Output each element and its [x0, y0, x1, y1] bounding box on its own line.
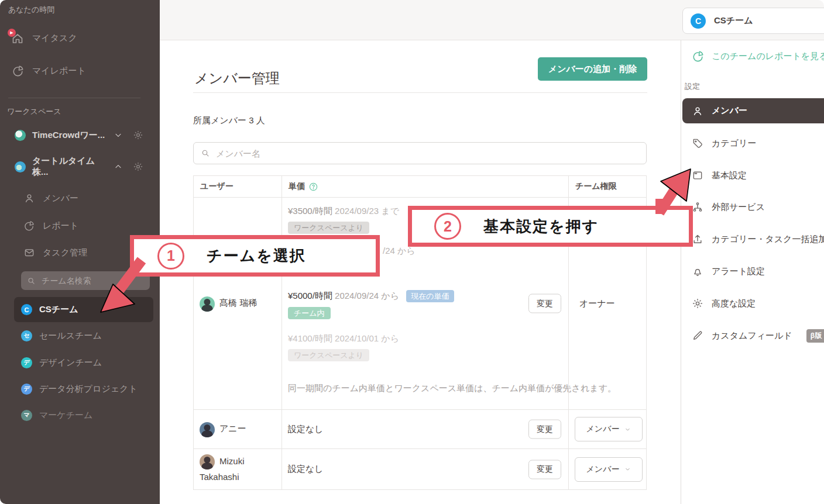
team-name: セールスチーム [39, 330, 102, 341]
sidebar-team-data-analysis[interactable]: デ データ分析プロジェクト [21, 378, 138, 399]
avatar [200, 296, 215, 312]
help-question-icon[interactable] [308, 182, 318, 192]
panel-item-custom-fields[interactable]: カスタムフィールド β版 [681, 326, 824, 346]
person-icon [692, 105, 703, 117]
sidebar-team-design[interactable]: デ デザインチーム [21, 352, 102, 373]
team-settings-panel: このチームのレポートを見る 設定 メンバー カテゴリー 基本設定 外部サービス … [681, 40, 824, 504]
sidebar-team-sales[interactable]: セ セールスチーム [21, 325, 102, 346]
add-remove-members-button[interactable]: メンバーの追加・削除 [538, 57, 647, 81]
sidebar-item-label: レポート [43, 220, 78, 232]
current-rate-badge: 現在の単価 [406, 290, 454, 302]
workspace-avatar [15, 161, 26, 172]
panel-item-bulk-add[interactable]: カテゴリー・タスク一括追加 [681, 229, 824, 249]
rate-hidden-fragment: /24 から [383, 246, 416, 257]
panel-item-members[interactable]: メンバー [682, 98, 824, 123]
sitemap-icon [692, 201, 703, 213]
panel-item-label: アラート設定 [712, 266, 765, 277]
rate-period: 2024/09/24 から [335, 291, 399, 301]
team-avatar: C [691, 13, 706, 29]
panel-item-advanced-settings[interactable]: 高度な設定 [681, 294, 824, 313]
panel-item-label: 高度な設定 [712, 298, 756, 309]
user-cell: 髙橋 瑞稀 [194, 198, 281, 409]
envelope-icon [23, 247, 35, 258]
divider [193, 92, 647, 93]
pie-chart-icon [692, 50, 705, 63]
panel-item-label: メンバー [712, 105, 747, 116]
panel-item-basic-settings[interactable]: 基本設定 [681, 165, 824, 185]
role-cell: メンバー [568, 449, 646, 489]
table-row: Mizuki Takahashi 設定なし 変更 メンバー [194, 449, 646, 489]
team-avatar: デ [21, 357, 32, 368]
column-header-rate: 単価 [281, 176, 568, 197]
search-icon [27, 277, 36, 285]
step-number-circle: 2 [434, 213, 461, 240]
my-tasks-house-icon: ▶ [11, 31, 25, 45]
gear-icon [692, 298, 703, 309]
member-count-label: 所属メンバー 3 人 [193, 115, 265, 126]
chevron-up-icon[interactable] [114, 162, 123, 171]
sidebar-item-members[interactable]: メンバー [23, 189, 78, 207]
change-rate-button[interactable]: 変更 [528, 420, 561, 439]
sidebar-item-label: マイタスク [32, 33, 77, 44]
team-avatar: デ [21, 384, 32, 395]
sidebar-team-marketing[interactable]: マ マーケチーム [21, 405, 92, 426]
workspace-name: TimeCrowdワー... [32, 130, 107, 141]
change-rate-button[interactable]: 変更 [528, 294, 561, 313]
sidebar-item-label: タスク管理 [43, 247, 87, 258]
team-avatar: マ [21, 410, 32, 421]
sidebar-item-my-reports[interactable]: マイレポート [12, 62, 86, 80]
settings-section-label: 設定 [685, 81, 700, 92]
workspace-row-timecrowd[interactable]: TimeCrowdワー... [15, 125, 143, 145]
role-label: オーナー [579, 298, 615, 309]
role-dropdown[interactable]: メンバー [575, 417, 643, 441]
rate-cell: 設定なし 変更 [281, 449, 568, 489]
pie-chart-icon [23, 220, 35, 232]
chevron-down-icon[interactable] [114, 130, 123, 140]
report-link-label: このチームのレポートを見る [712, 51, 824, 62]
step-number-circle: 1 [157, 243, 184, 270]
rate-none-label: 設定なし [288, 424, 324, 435]
chevron-down-icon [624, 426, 631, 433]
sidebar-item-task-management[interactable]: タスク管理 [23, 244, 87, 261]
app-window: あなたの時間 ▶ マイタスク マイレポート ワークスペース TimeCrowdワ… [0, 0, 824, 504]
current-team-selector[interactable]: C CSチーム [682, 8, 824, 34]
avatar [200, 454, 215, 470]
search-icon [201, 149, 210, 158]
workspace-row-turtletime[interactable]: タートルタイム株... [15, 157, 143, 177]
sidebar-item-label: メンバー [43, 193, 78, 204]
change-rate-button[interactable]: 変更 [528, 460, 561, 479]
team-scope-badge: チーム内 [288, 307, 331, 319]
rate-period: 2024/10/01 から [335, 333, 399, 343]
workspace-gear-icon[interactable] [133, 130, 143, 140]
sidebar-item-reports[interactable]: レポート [23, 217, 78, 234]
team-name: マーケチーム [39, 410, 92, 421]
sidebar-item-my-tasks[interactable]: ▶ マイタスク [11, 29, 77, 47]
workspace-section-label: ワークスペース [7, 106, 61, 117]
panel-item-alert-settings[interactable]: アラート設定 [681, 261, 824, 281]
panel-item-categories[interactable]: カテゴリー [681, 133, 824, 153]
rate-current: ¥5000/時間 2024/09/24 から 現在の単価 [288, 290, 562, 302]
rate-none-label: 設定なし [288, 464, 324, 475]
pencil-icon [692, 330, 703, 341]
table-header-row: ユーザー 単価 チーム権限 [194, 176, 646, 198]
workspace-gear-icon[interactable] [133, 161, 143, 172]
panel-item-external-services[interactable]: 外部サービス [681, 197, 824, 217]
workspace-name: タートルタイム株... [32, 156, 107, 178]
rate-period: 2024/09/23 まで [335, 206, 399, 216]
role-label: メンバー [586, 464, 620, 475]
callout-text: チームを選択 [207, 246, 306, 266]
member-search-input[interactable] [215, 148, 568, 159]
role-dropdown[interactable]: メンバー [575, 457, 643, 482]
team-report-link[interactable]: このチームのレポートを見る [692, 50, 824, 63]
browser-window-icon [692, 170, 703, 181]
sidebar-divider [8, 98, 140, 98]
rate-amount: ¥3500/時間 [288, 206, 332, 216]
column-header-role: チーム権限 [568, 176, 646, 197]
tag-icon [692, 137, 703, 149]
upload-icon [692, 233, 703, 245]
sidebar-team-cs[interactable]: C CSチーム [14, 297, 153, 322]
team-name: データ分析プロジェクト [39, 384, 138, 395]
team-search-input[interactable] [40, 275, 131, 286]
sidebar-item-label: マイレポート [32, 65, 86, 77]
team-avatar: セ [21, 330, 32, 341]
